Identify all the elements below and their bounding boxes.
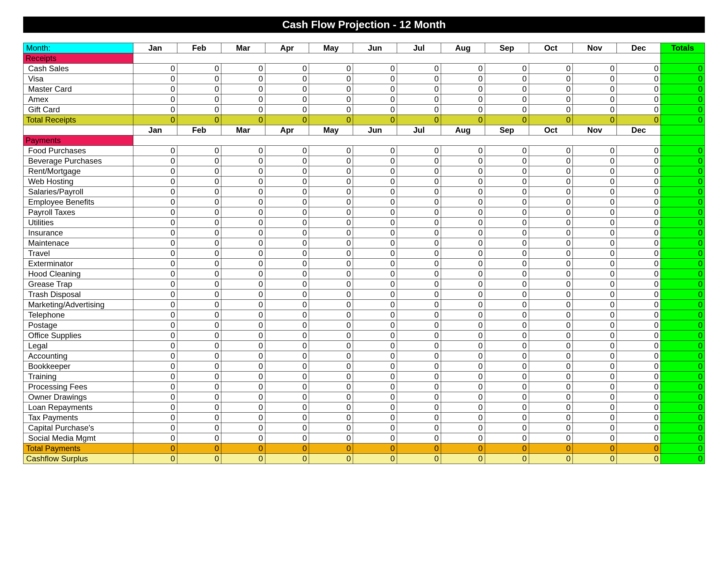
cell[interactable]: 0 — [309, 433, 353, 444]
cell[interactable]: 0 — [177, 392, 221, 402]
cell[interactable]: 0 — [441, 320, 485, 331]
cell[interactable]: 0 — [353, 94, 397, 105]
cell[interactable]: 0 — [397, 413, 441, 423]
cell[interactable]: 0 — [573, 433, 617, 444]
cell[interactable]: 0 — [617, 84, 661, 94]
cell[interactable]: 0 — [573, 94, 617, 105]
cell[interactable]: 0 — [221, 156, 265, 166]
cell[interactable]: 0 — [133, 228, 177, 238]
cell[interactable]: 0 — [353, 197, 397, 207]
cell[interactable]: 0 — [133, 320, 177, 331]
cell[interactable]: 0 — [617, 258, 661, 269]
cell[interactable]: 0 — [529, 228, 573, 238]
cell[interactable]: 0 — [221, 392, 265, 402]
cell[interactable]: 0 — [177, 105, 221, 115]
cell[interactable]: 0 — [441, 84, 485, 94]
cell[interactable]: 0 — [441, 279, 485, 290]
cell[interactable]: 0 — [221, 94, 265, 105]
cell[interactable]: 0 — [617, 156, 661, 166]
cell[interactable]: 0 — [529, 258, 573, 269]
cell[interactable]: 0 — [529, 279, 573, 290]
cell[interactable]: 0 — [573, 269, 617, 279]
cell[interactable]: 0 — [353, 269, 397, 279]
cell[interactable]: 0 — [353, 331, 397, 341]
cell[interactable]: 0 — [529, 382, 573, 392]
cell[interactable]: 0 — [309, 238, 353, 248]
cell[interactable]: 0 — [573, 238, 617, 248]
cell[interactable]: 0 — [573, 279, 617, 290]
cell[interactable]: 0 — [177, 413, 221, 423]
cell[interactable]: 0 — [397, 258, 441, 269]
cell[interactable]: 0 — [529, 248, 573, 258]
cell[interactable]: 0 — [397, 166, 441, 176]
cell[interactable]: 0 — [133, 341, 177, 351]
cell[interactable]: 0 — [485, 187, 529, 197]
cell[interactable]: 0 — [573, 402, 617, 413]
cell[interactable]: 0 — [221, 300, 265, 310]
cell[interactable]: 0 — [309, 320, 353, 331]
cell[interactable]: 0 — [397, 248, 441, 258]
cell[interactable]: 0 — [133, 361, 177, 372]
cell[interactable]: 0 — [221, 413, 265, 423]
cell[interactable]: 0 — [309, 94, 353, 105]
cell[interactable]: 0 — [265, 156, 309, 166]
cell[interactable]: 0 — [485, 413, 529, 423]
cell[interactable]: 0 — [617, 372, 661, 382]
cell[interactable]: 0 — [133, 94, 177, 105]
cell[interactable]: 0 — [221, 207, 265, 217]
cell[interactable]: 0 — [177, 146, 221, 156]
cell[interactable]: 0 — [353, 248, 397, 258]
cell[interactable]: 0 — [221, 217, 265, 228]
cell[interactable]: 0 — [397, 146, 441, 156]
cell[interactable]: 0 — [265, 84, 309, 94]
cell[interactable]: 0 — [265, 402, 309, 413]
cell[interactable]: 0 — [397, 290, 441, 300]
cell[interactable]: 0 — [133, 248, 177, 258]
cell[interactable]: 0 — [133, 433, 177, 444]
cell[interactable]: 0 — [529, 361, 573, 372]
cell[interactable]: 0 — [573, 248, 617, 258]
cell[interactable]: 0 — [485, 382, 529, 392]
cell[interactable]: 0 — [353, 361, 397, 372]
cell[interactable]: 0 — [441, 228, 485, 238]
cell[interactable]: 0 — [221, 402, 265, 413]
cell[interactable]: 0 — [133, 290, 177, 300]
cell[interactable]: 0 — [309, 361, 353, 372]
cell[interactable]: 0 — [529, 423, 573, 433]
cell[interactable]: 0 — [397, 351, 441, 361]
cell[interactable]: 0 — [133, 310, 177, 320]
cell[interactable]: 0 — [353, 423, 397, 433]
cell[interactable]: 0 — [353, 279, 397, 290]
cell[interactable]: 0 — [617, 361, 661, 372]
cell[interactable]: 0 — [265, 238, 309, 248]
cell[interactable]: 0 — [397, 382, 441, 392]
cell[interactable]: 0 — [265, 279, 309, 290]
cell[interactable]: 0 — [133, 413, 177, 423]
cell[interactable]: 0 — [617, 187, 661, 197]
cell[interactable]: 0 — [309, 269, 353, 279]
cell[interactable]: 0 — [397, 341, 441, 351]
cell[interactable]: 0 — [177, 176, 221, 187]
cell[interactable]: 0 — [221, 105, 265, 115]
cell[interactable]: 0 — [177, 361, 221, 372]
cell[interactable]: 0 — [529, 187, 573, 197]
cell[interactable]: 0 — [309, 392, 353, 402]
cell[interactable]: 0 — [353, 413, 397, 423]
cell[interactable]: 0 — [221, 310, 265, 320]
cell[interactable]: 0 — [529, 351, 573, 361]
cell[interactable]: 0 — [617, 402, 661, 413]
cell[interactable]: 0 — [133, 64, 177, 74]
cell[interactable]: 0 — [485, 351, 529, 361]
cell[interactable]: 0 — [573, 217, 617, 228]
cell[interactable]: 0 — [529, 64, 573, 74]
cell[interactable]: 0 — [177, 94, 221, 105]
cell[interactable]: 0 — [617, 279, 661, 290]
cell[interactable]: 0 — [133, 105, 177, 115]
cell[interactable]: 0 — [309, 217, 353, 228]
cell[interactable]: 0 — [221, 382, 265, 392]
cell[interactable]: 0 — [485, 146, 529, 156]
cell[interactable]: 0 — [529, 217, 573, 228]
cell[interactable]: 0 — [441, 258, 485, 269]
cell[interactable]: 0 — [573, 176, 617, 187]
cell[interactable]: 0 — [177, 279, 221, 290]
